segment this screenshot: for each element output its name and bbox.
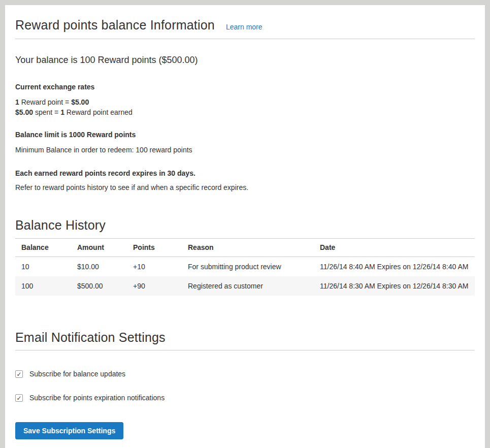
column-header-points: Points — [127, 239, 182, 257]
column-header-date: Date — [314, 239, 475, 257]
column-header-amount: Amount — [71, 239, 127, 257]
column-header-reason: Reason — [182, 239, 314, 257]
email-settings-title: Email Notification Settings — [15, 329, 475, 345]
reward-points-card: Reward points balance Information Learn … — [5, 5, 485, 448]
table-row: 10 $10.00 +10 For submitting product rev… — [15, 257, 475, 277]
cell-points: +10 — [127, 257, 182, 277]
subscribe-balance-updates-option[interactable]: ✓ Subscribe for balance updates — [15, 370, 475, 378]
column-header-balance: Balance — [15, 239, 71, 257]
checkbox-checked-icon[interactable]: ✓ — [15, 394, 23, 402]
cell-balance: 100 — [15, 276, 71, 296]
balance-summary: Your balance is 100 Reward points ($500.… — [15, 54, 475, 67]
cell-amount: $500.00 — [71, 276, 127, 296]
cell-date: 11/26/14 8:40 AM Expires on 12/26/14 8:4… — [314, 257, 475, 277]
email-settings-title-row: Email Notification Settings — [15, 329, 475, 350]
cell-balance: 10 — [15, 257, 71, 277]
exchange-rates-heading: Current exchange rates — [15, 82, 475, 92]
subscribe-expiration-notifications-option[interactable]: ✓ Subscribe for points expiration notifi… — [15, 394, 475, 402]
cell-reason: Registered as customer — [182, 276, 314, 296]
page-title: Reward points balance Information — [15, 17, 215, 33]
minimum-redeem-text: Minimum Balance in order to redeem: 100 … — [15, 145, 475, 155]
subscribe-balance-updates-label: Subscribe for balance updates — [29, 370, 125, 378]
cell-date: 11/26/14 8:30 AM Expires on 12/26/14 8:3… — [314, 276, 475, 296]
table-row: 100 $500.00 +90 Registered as customer 1… — [15, 276, 475, 296]
rate-line-1: 1 Reward point = $5.00 — [15, 98, 89, 106]
expiration-heading: Each earned reward points record expires… — [15, 169, 475, 178]
save-subscription-settings-button[interactable]: Save Subscription Settings — [15, 422, 123, 439]
cell-reason: For submitting product review — [182, 257, 314, 277]
balance-history-table: Balance Amount Points Reason Date 10 $10… — [15, 238, 475, 296]
rate-line-2: $5.00 spent = 1 Reward point earned — [15, 108, 133, 116]
cell-amount: $10.00 — [71, 257, 127, 277]
balance-limit-text: Balance limit is 1000 Reward points — [15, 130, 475, 140]
cell-points: +90 — [127, 276, 182, 296]
balance-history-table-header: Balance Amount Points Reason Date — [15, 239, 475, 257]
balance-history-title: Balance History — [15, 217, 475, 233]
page-title-row: Reward points balance Information Learn … — [15, 13, 475, 39]
learn-more-link[interactable]: Learn more — [226, 23, 263, 31]
exchange-rates-lines: 1 Reward point = $5.00$5.00 spent = 1 Re… — [15, 97, 475, 117]
subscribe-expiration-notifications-label: Subscribe for points expiration notifica… — [29, 394, 165, 402]
expiration-note: Refer to reward points history to see if… — [15, 183, 475, 193]
checkbox-checked-icon[interactable]: ✓ — [15, 370, 23, 378]
